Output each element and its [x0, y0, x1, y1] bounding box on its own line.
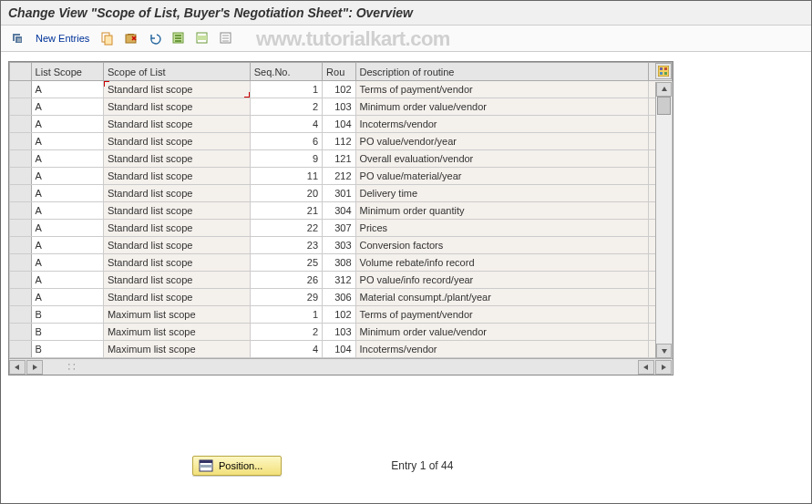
table-config-button[interactable]: [655, 63, 672, 79]
hscroll-left-icon[interactable]: [9, 360, 26, 375]
cell-rou[interactable]: 304: [323, 202, 355, 220]
table-row[interactable]: AStandard list scope6112PO value/vendor/…: [10, 133, 673, 150]
row-selector[interactable]: [10, 116, 32, 133]
cell-rou[interactable]: 312: [323, 272, 355, 289]
col-header-seq-no[interactable]: Seq.No.: [250, 63, 322, 81]
row-selector[interactable]: [10, 98, 32, 116]
cell-list-scope[interactable]: A: [31, 133, 103, 150]
cell-list-scope[interactable]: A: [31, 185, 103, 202]
hscroll-right2-icon[interactable]: [655, 360, 672, 375]
cell-rou[interactable]: 301: [323, 185, 355, 202]
row-selector[interactable]: [10, 306, 32, 324]
cell-list-scope[interactable]: A: [31, 98, 103, 116]
hscroll-left2-icon[interactable]: [638, 360, 654, 375]
cell-rou[interactable]: 308: [323, 254, 355, 272]
col-header-list-scope[interactable]: List Scope: [31, 63, 103, 81]
cell-rou[interactable]: 104: [323, 341, 355, 358]
cell-seq-no[interactable]: 25: [250, 254, 322, 272]
scroll-track[interactable]: [656, 97, 672, 344]
cell-list-scope[interactable]: B: [31, 306, 103, 324]
cell-list-scope[interactable]: B: [31, 324, 103, 341]
cell-seq-no[interactable]: 29: [250, 289, 322, 306]
undo-icon[interactable]: [146, 29, 164, 47]
row-selector[interactable]: [10, 202, 32, 220]
table-row[interactable]: BMaximum list scope2103Minimum order val…: [10, 324, 673, 341]
table-row[interactable]: AStandard list scope11212PO value/materi…: [10, 168, 673, 185]
cell-list-scope[interactable]: A: [31, 81, 103, 98]
table-row[interactable]: AStandard list scope2103Minimum order va…: [10, 98, 673, 116]
cell-seq-no[interactable]: 6: [250, 133, 322, 150]
cell-seq-no[interactable]: 26: [250, 272, 322, 289]
row-selector[interactable]: [10, 272, 32, 289]
table-row[interactable]: AStandard list scope1102Terms of payment…: [10, 81, 673, 98]
cell-list-scope[interactable]: A: [31, 202, 103, 220]
scroll-up-icon[interactable]: [656, 82, 672, 97]
table-row[interactable]: AStandard list scope21304Minimum order q…: [10, 202, 673, 220]
table-row[interactable]: AStandard list scope29306Material consum…: [10, 289, 673, 306]
cell-seq-no[interactable]: 9: [250, 150, 322, 168]
cell-list-scope[interactable]: A: [31, 254, 103, 272]
row-selector[interactable]: [10, 324, 32, 341]
cell-rou[interactable]: 307: [323, 220, 355, 237]
cell-rou[interactable]: 103: [323, 98, 355, 116]
cell-list-scope[interactable]: A: [31, 116, 103, 133]
row-selector[interactable]: [10, 341, 32, 358]
hscroll-right-icon[interactable]: [26, 360, 43, 375]
cell-rou[interactable]: 112: [323, 133, 355, 150]
cell-rou[interactable]: 212: [323, 168, 355, 185]
cell-rou[interactable]: 102: [323, 81, 355, 98]
table-row[interactable]: AStandard list scope22307Prices: [10, 220, 673, 237]
table-row[interactable]: AStandard list scope26312PO value/info r…: [10, 272, 673, 289]
row-selector[interactable]: [10, 185, 32, 202]
col-header-rou[interactable]: Rou: [323, 63, 355, 81]
cell-list-scope[interactable]: A: [31, 237, 103, 254]
cell-rou[interactable]: 121: [323, 150, 355, 168]
scroll-thumb[interactable]: [657, 97, 671, 115]
vertical-scrollbar[interactable]: [655, 82, 672, 358]
cell-seq-no[interactable]: 20: [250, 185, 322, 202]
expand-icon[interactable]: [8, 29, 26, 47]
cell-list-scope[interactable]: A: [31, 168, 103, 185]
row-selector[interactable]: [10, 237, 32, 254]
position-button[interactable]: Position...: [192, 456, 282, 476]
row-selector[interactable]: [10, 150, 32, 168]
row-selector[interactable]: [10, 289, 32, 306]
table-row[interactable]: AStandard list scope9121Overall evaluati…: [10, 150, 673, 168]
select-block-icon[interactable]: [193, 29, 211, 47]
cell-list-scope[interactable]: A: [31, 289, 103, 306]
row-selector[interactable]: [10, 133, 32, 150]
cell-seq-no[interactable]: 22: [250, 220, 322, 237]
cell-rou[interactable]: 104: [323, 116, 355, 133]
cell-seq-no[interactable]: 1: [250, 81, 322, 98]
row-selector[interactable]: [10, 254, 32, 272]
hscroll-grip[interactable]: ⸬: [44, 361, 98, 373]
cell-list-scope[interactable]: A: [31, 272, 103, 289]
new-entries-link[interactable]: New Entries: [32, 31, 93, 46]
col-header-description[interactable]: Description of routine: [355, 63, 649, 81]
table-row[interactable]: AStandard list scope4104Incoterms/vendor: [10, 116, 673, 133]
cell-rou[interactable]: 303: [323, 237, 355, 254]
cell-seq-no[interactable]: 2: [250, 98, 322, 116]
col-header-selector[interactable]: [10, 63, 32, 81]
row-selector[interactable]: [10, 220, 32, 237]
cell-seq-no[interactable]: 2: [250, 324, 322, 341]
cell-seq-no[interactable]: 23: [250, 237, 322, 254]
cell-seq-no[interactable]: 4: [250, 116, 322, 133]
cell-rou[interactable]: 102: [323, 306, 355, 324]
deselect-all-icon[interactable]: [217, 29, 235, 47]
scroll-down-icon[interactable]: [656, 344, 672, 358]
copy-icon[interactable]: [98, 29, 117, 47]
table-row[interactable]: BMaximum list scope4104Incoterms/vendor: [10, 341, 673, 358]
cell-seq-no[interactable]: 4: [250, 341, 322, 358]
cell-list-scope[interactable]: A: [31, 150, 103, 168]
table-row[interactable]: BMaximum list scope1102Terms of payment/…: [10, 306, 673, 324]
delete-icon[interactable]: [122, 29, 140, 47]
cell-rou[interactable]: 103: [323, 324, 355, 341]
cell-rou[interactable]: 306: [323, 289, 355, 306]
table-row[interactable]: AStandard list scope23303Conversion fact…: [10, 237, 673, 254]
row-selector[interactable]: [10, 168, 32, 185]
select-all-icon[interactable]: [170, 29, 188, 47]
cell-list-scope[interactable]: B: [31, 341, 103, 358]
table-row[interactable]: AStandard list scope20301Delivery time: [10, 185, 673, 202]
cell-seq-no[interactable]: 21: [250, 202, 322, 220]
